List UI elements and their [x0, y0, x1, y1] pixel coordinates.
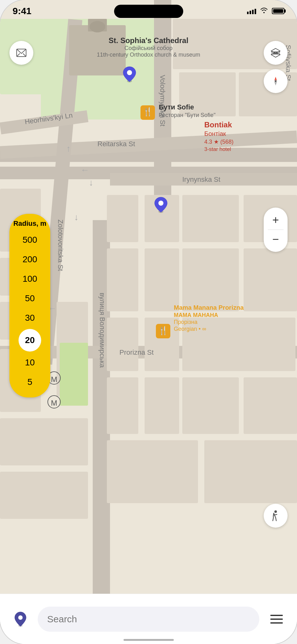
- svg-rect-38: [107, 440, 198, 503]
- radius-item-500[interactable]: 500: [9, 230, 50, 250]
- zoom-in-button[interactable]: +: [264, 211, 288, 230]
- battery-icon: [272, 8, 284, 14]
- menu-line-1: [270, 615, 283, 616]
- svg-text:Bontiak: Bontiak: [204, 120, 232, 129]
- zoom-container: + −: [264, 208, 288, 252]
- signal-icon: [247, 8, 256, 14]
- svg-point-80: [127, 70, 132, 75]
- mail-button[interactable]: [9, 41, 33, 65]
- svg-point-56: [90, 21, 105, 32]
- svg-rect-23: [145, 248, 179, 311]
- svg-text:Georgian • ∞: Georgian • ∞: [174, 326, 206, 332]
- svg-line-92: [17, 53, 20, 57]
- svg-rect-22: [107, 248, 138, 311]
- svg-rect-40: [60, 343, 88, 406]
- radius-item-20-active[interactable]: 20: [19, 329, 41, 352]
- svg-text:Zolotovoritska St: Zolotovoritska St: [57, 219, 64, 271]
- svg-text:Бонтіак: Бонтіак: [204, 130, 226, 137]
- svg-text:↓: ↓: [74, 212, 79, 222]
- svg-text:Irynynska St: Irynynska St: [182, 175, 220, 183]
- svg-rect-37: [0, 472, 88, 519]
- svg-text:M: M: [51, 399, 57, 407]
- map-area: ↑ ← ↓ ↓ ← Volodymyrska St Sofiivska St H…: [0, 0, 297, 594]
- svg-point-82: [158, 201, 163, 206]
- menu-line-3: [270, 622, 283, 624]
- svg-line-93: [23, 53, 26, 57]
- walking-button[interactable]: [264, 504, 288, 528]
- location-button[interactable]: [9, 608, 31, 630]
- svg-marker-86: [271, 52, 280, 57]
- svg-text:M: M: [51, 375, 57, 384]
- svg-text:Прорізна: Прорізна: [174, 319, 198, 325]
- svg-rect-33: [145, 377, 179, 434]
- svg-rect-20: [182, 195, 239, 242]
- layers-button[interactable]: [264, 41, 288, 65]
- radius-item-5[interactable]: 5: [9, 372, 50, 392]
- svg-rect-36: [0, 418, 88, 465]
- svg-text:←: ←: [80, 165, 89, 175]
- svg-rect-39: [204, 440, 297, 503]
- search-input[interactable]: [47, 614, 250, 625]
- poi-pin-1[interactable]: [123, 66, 136, 84]
- radius-item-100[interactable]: 100: [9, 269, 50, 289]
- svg-text:🍴: 🍴: [158, 325, 168, 336]
- svg-text:4.3 ★ (568): 4.3 ★ (568): [204, 139, 234, 145]
- status-time: 9:41: [13, 6, 31, 16]
- svg-marker-88: [274, 82, 277, 86]
- home-indicator: [124, 639, 174, 641]
- wifi-icon: [260, 7, 268, 15]
- svg-text:Ресторан "Бути Sofie": Ресторан "Бути Sofie": [159, 112, 216, 118]
- radius-item-10[interactable]: 10: [9, 353, 50, 372]
- dynamic-island: [114, 5, 183, 18]
- svg-text:↑: ↑: [66, 144, 71, 153]
- svg-rect-25: [244, 248, 297, 311]
- svg-text:Volodymyrska St: Volodymyrska St: [159, 75, 167, 126]
- poi-pin-2[interactable]: [154, 197, 168, 214]
- svg-text:Бути Sofie: Бути Sofie: [159, 103, 194, 111]
- radius-item-30[interactable]: 30: [9, 308, 50, 328]
- svg-text:Reitarska St: Reitarska St: [97, 140, 135, 148]
- svg-point-95: [18, 615, 23, 620]
- radius-label: Radius, m: [13, 219, 46, 228]
- svg-rect-35: [244, 377, 297, 434]
- svg-text:🍴: 🍴: [143, 107, 153, 117]
- svg-text:Mama Manana Prorizna: Mama Manana Prorizna: [174, 304, 244, 311]
- radius-item-50[interactable]: 50: [9, 289, 50, 308]
- svg-rect-34: [182, 377, 239, 434]
- zoom-out-button[interactable]: −: [264, 230, 288, 249]
- radius-item-200[interactable]: 200: [9, 250, 50, 269]
- svg-text:↓: ↓: [89, 178, 93, 187]
- svg-text:вулиця Володимирська: вулиця Володимирська: [98, 293, 106, 368]
- menu-line-2: [270, 619, 283, 620]
- phone-frame: 9:41: [0, 0, 297, 644]
- svg-text:3-star hotel: 3-star hotel: [204, 146, 231, 152]
- status-icons: [247, 7, 284, 15]
- compass-button[interactable]: [264, 69, 288, 93]
- radius-slider: Radius, m 500 200 100 50 30 20 10: [9, 214, 50, 397]
- svg-text:Prorizna St: Prorizna St: [119, 348, 154, 356]
- svg-point-90: [274, 510, 277, 513]
- svg-text:МАМА МАНАНА: МАМА МАНАНА: [174, 312, 218, 318]
- svg-rect-32: [107, 377, 138, 434]
- svg-rect-24: [182, 248, 239, 311]
- svg-rect-18: [107, 195, 138, 242]
- svg-point-89: [275, 80, 277, 82]
- svg-rect-29: [107, 318, 138, 371]
- bottom-bar: [0, 594, 297, 644]
- svg-marker-85: [271, 48, 280, 53]
- svg-marker-87: [274, 77, 277, 80]
- menu-button[interactable]: [266, 608, 288, 630]
- svg-rect-54: [69, 25, 126, 75]
- search-input-container[interactable]: [38, 607, 259, 632]
